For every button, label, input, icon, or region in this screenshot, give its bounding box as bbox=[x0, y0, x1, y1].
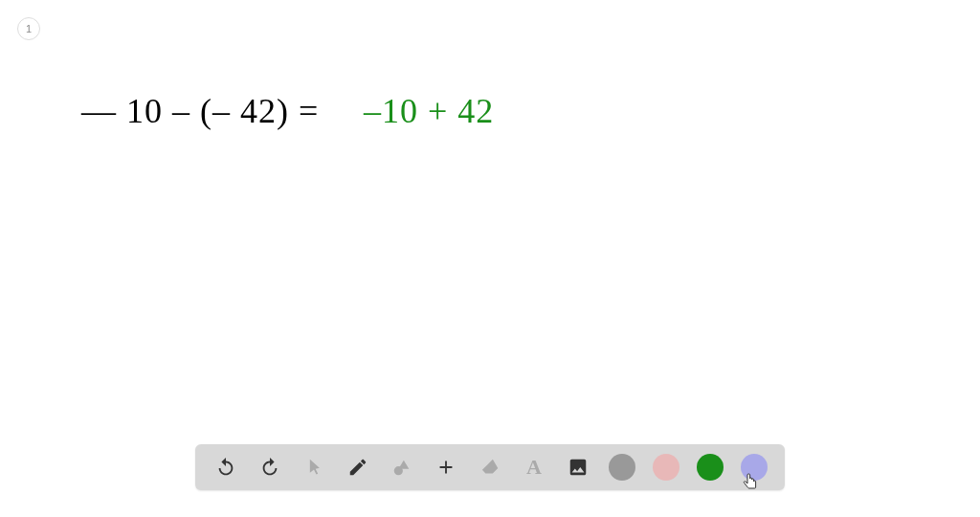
color-pink[interactable] bbox=[653, 454, 679, 481]
text-button[interactable]: A bbox=[521, 454, 547, 481]
equation-left: — 10 – (– 42) = bbox=[81, 91, 319, 131]
color-gray[interactable] bbox=[609, 454, 635, 481]
color-green[interactable] bbox=[697, 454, 724, 481]
toolbar: A bbox=[195, 444, 785, 490]
image-icon bbox=[568, 457, 589, 478]
pen-icon bbox=[347, 457, 368, 478]
text-icon: A bbox=[526, 455, 542, 480]
redo-icon bbox=[259, 457, 280, 478]
plus-icon bbox=[435, 457, 457, 478]
drawing-canvas[interactable]: — 10 – (– 42) = –10 + 42 bbox=[0, 0, 980, 517]
redo-button[interactable] bbox=[256, 454, 283, 481]
equation-right: –10 + 42 bbox=[364, 91, 494, 131]
pen-button[interactable] bbox=[345, 454, 371, 481]
eraser-button[interactable] bbox=[477, 454, 503, 481]
undo-icon bbox=[215, 457, 236, 478]
pointer-icon bbox=[304, 458, 323, 477]
shapes-icon bbox=[391, 457, 412, 478]
add-button[interactable] bbox=[433, 454, 459, 481]
eraser-icon bbox=[479, 457, 501, 478]
image-button[interactable] bbox=[565, 454, 591, 481]
undo-button[interactable] bbox=[212, 454, 239, 481]
pointer-button[interactable] bbox=[301, 454, 327, 481]
shapes-button[interactable] bbox=[389, 454, 415, 481]
cursor-pointer-icon bbox=[739, 471, 762, 494]
